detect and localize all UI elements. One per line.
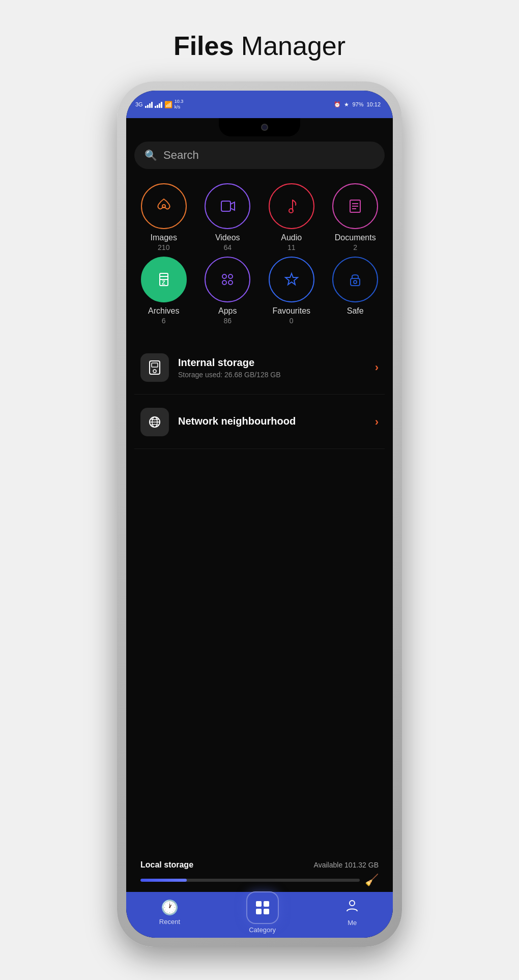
network-storage-text: Network neighbourhood (178, 415, 375, 429)
clock-text: 10:12 (366, 101, 381, 107)
category-label: Category (249, 926, 276, 934)
me-icon (344, 898, 360, 917)
documents-count: 2 (353, 243, 357, 251)
svg-rect-26 (256, 909, 262, 914)
favourites-name: Favourites (272, 306, 310, 316)
phone-content[interactable]: 🔍 Search Images 210 (126, 118, 393, 892)
category-apps[interactable]: Apps 86 (198, 257, 257, 325)
category-favourites[interactable]: Favourites 0 (262, 257, 321, 325)
internal-storage-sub: Storage used: 26.68 GB/128 GB (178, 371, 375, 379)
apps-icon-circle (205, 257, 250, 302)
recent-icon: 🕐 (161, 899, 179, 916)
status-right: ⏰ ★ 97% 10:12 (334, 101, 381, 108)
svg-marker-15 (285, 273, 298, 285)
network-storage-icon (140, 408, 169, 436)
signal-text: 3G (135, 101, 143, 107)
recent-label: Recent (159, 918, 180, 926)
svg-point-28 (350, 901, 355, 906)
archives-icon-circle: Z (141, 257, 187, 302)
local-storage-label: Local storage (140, 860, 193, 870)
internal-storage-icon (140, 353, 169, 382)
category-center-button[interactable] (246, 891, 279, 924)
category-audio[interactable]: Audio 11 (262, 183, 321, 251)
nav-me[interactable]: Me (344, 898, 360, 927)
clean-icon[interactable]: 🧹 (365, 874, 379, 887)
svg-rect-27 (264, 909, 269, 914)
camera-dot (261, 124, 268, 131)
svg-point-13 (222, 281, 226, 285)
audio-name: Audio (281, 233, 302, 242)
signal-bars (145, 101, 153, 108)
svg-rect-24 (256, 901, 262, 907)
svg-point-2 (289, 209, 293, 213)
svg-point-11 (222, 274, 226, 278)
nav-recent[interactable]: 🕐 Recent (159, 899, 180, 926)
internal-storage-text: Internal storage Storage used: 26.68 GB/… (178, 357, 375, 379)
storage-progress-fill (140, 879, 187, 882)
category-images[interactable]: Images 210 (134, 183, 193, 251)
wifi-icon: 📶 (164, 101, 172, 108)
audio-icon-circle (269, 183, 314, 229)
svg-rect-25 (264, 901, 269, 907)
speed-text: 10.3k/s (175, 99, 184, 110)
storage-progress-bg (140, 879, 360, 882)
archives-name: Archives (148, 306, 179, 316)
archives-count: 6 (162, 317, 166, 325)
signal-bars-2 (155, 101, 162, 108)
svg-point-20 (153, 370, 156, 373)
audio-count: 11 (287, 243, 296, 251)
svg-point-0 (162, 205, 165, 208)
svg-rect-1 (221, 201, 230, 211)
category-videos[interactable]: Videos 64 (198, 183, 257, 251)
battery-text: 97% (352, 101, 363, 107)
search-icon: 🔍 (145, 149, 157, 161)
storage-section: Internal storage Storage used: 26.68 GB/… (134, 341, 385, 449)
network-storage-name: Network neighbourhood (178, 415, 375, 427)
safe-name: Safe (347, 306, 364, 316)
safe-icon-circle (332, 257, 378, 302)
apps-name: Apps (218, 306, 237, 316)
favourites-count: 0 (290, 317, 294, 325)
svg-rect-19 (152, 363, 158, 367)
status-left: 3G 📶 10.3k/s (135, 99, 183, 110)
phone-frame: 3G 📶 10.3k/s ⏰ ★ 97% (117, 81, 402, 947)
svg-point-12 (228, 274, 233, 278)
internal-storage-chevron: › (375, 361, 379, 374)
notch (219, 118, 300, 136)
svg-point-17 (354, 281, 357, 284)
page-title: Files Manager (174, 0, 345, 81)
images-count: 210 (158, 243, 169, 251)
status-bar: 3G 📶 10.3k/s ⏰ ★ 97% (126, 91, 393, 118)
documents-icon-circle (332, 183, 378, 229)
category-safe[interactable]: Safe (326, 257, 385, 325)
network-storage-item[interactable]: Network neighbourhood › (134, 396, 385, 449)
videos-icon-circle (205, 183, 250, 229)
available-label: Available 101.32 GB (314, 861, 379, 869)
category-archives[interactable]: Z Archives 6 (134, 257, 193, 325)
search-placeholder: Search (163, 149, 199, 162)
phone-screen: 3G 📶 10.3k/s ⏰ ★ 97% (126, 91, 393, 938)
apps-count: 86 (223, 317, 232, 325)
documents-name: Documents (335, 233, 376, 242)
internal-storage-item[interactable]: Internal storage Storage used: 26.68 GB/… (134, 341, 385, 395)
internal-storage-name: Internal storage (178, 357, 375, 369)
svg-point-14 (228, 281, 233, 285)
favourites-icon-circle (269, 257, 314, 302)
alarm-icon: ⏰ (334, 101, 341, 108)
svg-text:Z: Z (162, 279, 165, 286)
search-bar[interactable]: 🔍 Search (134, 142, 385, 169)
category-documents[interactable]: Documents 2 (326, 183, 385, 251)
images-icon-circle (141, 183, 187, 229)
svg-rect-16 (351, 278, 360, 286)
network-storage-chevron: › (375, 415, 379, 429)
nav-category[interactable]: Category (246, 891, 279, 934)
videos-name: Videos (215, 233, 240, 242)
me-label: Me (348, 919, 357, 927)
images-name: Images (151, 233, 177, 242)
videos-count: 64 (223, 243, 232, 251)
category-grid: Images 210 Videos 64 (134, 183, 385, 325)
bluetooth-icon: ★ (344, 101, 349, 108)
bottom-storage-bar: Local storage Available 101.32 GB 🧹 (134, 853, 385, 892)
bottom-nav: 🕐 Recent Category (126, 892, 393, 938)
